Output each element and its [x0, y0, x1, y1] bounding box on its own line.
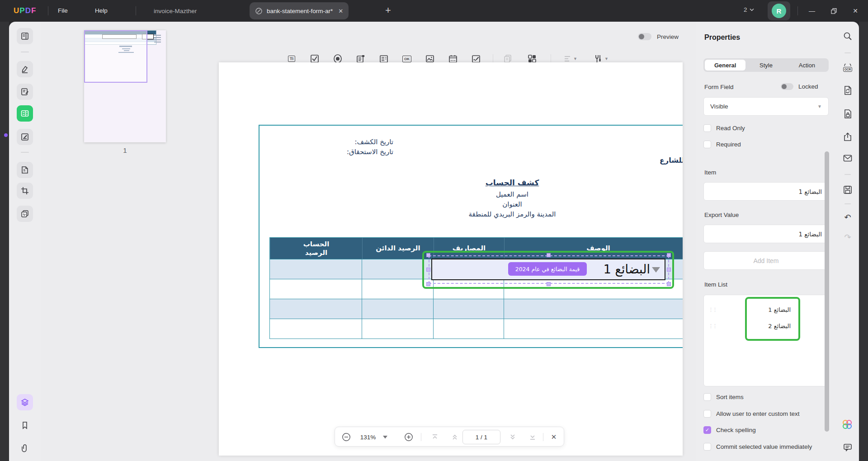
- zoom-dropdown-icon[interactable]: [382, 432, 388, 442]
- reader-icon[interactable]: [17, 28, 33, 44]
- window-left-edge: [0, 22, 9, 461]
- resize-handle[interactable]: [426, 253, 430, 257]
- feedback-icon[interactable]: [841, 441, 854, 454]
- page-indicator[interactable]: 1 / 1: [462, 430, 500, 444]
- checkbox-label: Required: [716, 141, 741, 148]
- convert-icon[interactable]: [841, 84, 854, 97]
- combo-dropdown-arrow-icon[interactable]: [652, 267, 660, 273]
- notification-dot: [4, 133, 8, 137]
- layers-icon[interactable]: [17, 394, 33, 410]
- properties-panel: Properties General Style Action Form Fie…: [696, 22, 836, 461]
- search-icon[interactable]: [841, 30, 854, 42]
- chevron-down-icon: ▼: [604, 56, 609, 61]
- restore-button[interactable]: [827, 5, 840, 16]
- table-header-cell: الحساب الرصيد: [270, 238, 362, 259]
- viewport-indicator[interactable]: [84, 30, 147, 83]
- resize-handle[interactable]: [667, 253, 671, 257]
- sign-icon[interactable]: [17, 129, 33, 145]
- drag-handle-icon[interactable]: ⋮⋮: [708, 307, 717, 313]
- read-only-checkbox[interactable]: Read Only: [703, 124, 745, 132]
- account-avatar[interactable]: R: [768, 1, 790, 20]
- new-tab-button[interactable]: +: [385, 5, 391, 16]
- close-button[interactable]: ✕: [849, 5, 862, 16]
- tab-label: invoice-Mazther: [154, 8, 197, 14]
- next-page-button[interactable]: [508, 432, 518, 442]
- crop-icon[interactable]: [17, 183, 33, 199]
- edit-page-icon[interactable]: [17, 84, 33, 100]
- resize-handle[interactable]: [547, 253, 551, 257]
- check-spelling-checkbox[interactable]: ✓ Check spelling: [703, 426, 756, 434]
- combo-value: البضائع 1: [604, 259, 650, 279]
- statement-date-label: تاريخ الكشف:: [354, 138, 393, 146]
- tab-action[interactable]: Action: [787, 60, 827, 71]
- protect-icon[interactable]: [841, 108, 854, 120]
- document-title: كشف الحساب: [422, 178, 603, 187]
- zoom-level[interactable]: 131%: [357, 432, 379, 442]
- item-list[interactable]: ⋮⋮ البضائع 1 ⋮⋮ البضائع 2: [703, 295, 829, 386]
- tab-close-icon[interactable]: ✕: [338, 8, 343, 14]
- menu-help[interactable]: Help: [95, 7, 108, 14]
- resize-handle[interactable]: [667, 268, 671, 272]
- resize-handle[interactable]: [426, 268, 430, 272]
- field-tooltip: قيمة البضائع في عام 2024: [508, 262, 587, 276]
- city-line: المدينة والرمز البريدي للمنطقة: [422, 210, 603, 218]
- minimize-button[interactable]: —: [806, 5, 818, 16]
- visibility-dropdown[interactable]: Visible ▼: [703, 97, 829, 116]
- updf-logo[interactable]: UPDF: [14, 6, 36, 15]
- zoom-out-button[interactable]: [341, 432, 351, 442]
- custom-text-checkbox[interactable]: Allow user to enter custom text: [703, 410, 800, 418]
- undo-icon[interactable]: ↶: [841, 211, 854, 223]
- item-input[interactable]: البضائع 1: [703, 182, 829, 201]
- divider: [797, 6, 798, 15]
- checkbox-checked-icon: ✓: [703, 426, 711, 434]
- form-icon[interactable]: [17, 105, 33, 122]
- resize-handle[interactable]: [667, 282, 671, 286]
- titlebar: UPDF File Help invoice-Mazther bank-stat…: [0, 0, 868, 22]
- share-icon[interactable]: [841, 131, 854, 143]
- checkbox-icon: [703, 141, 711, 148]
- attachment-icon[interactable]: [17, 440, 33, 456]
- previous-page-button[interactable]: [450, 432, 460, 442]
- checkbox-icon: [703, 124, 711, 132]
- first-page-button[interactable]: [430, 432, 440, 442]
- email-icon[interactable]: [841, 152, 854, 165]
- commit-value-checkbox[interactable]: Commit selected value immediately: [703, 443, 812, 451]
- thumbnail-page-number: 1: [84, 146, 166, 154]
- tab-invoice-mazther[interactable]: invoice-Mazther: [154, 2, 197, 19]
- panel-scrollbar[interactable]: [825, 151, 829, 432]
- menu-file[interactable]: File: [58, 7, 68, 14]
- ocr-icon[interactable]: OCR: [841, 61, 854, 74]
- add-item-button[interactable]: Add Item: [703, 251, 829, 270]
- tab-style[interactable]: Style: [745, 60, 786, 71]
- drag-handle-icon[interactable]: ⋮⋮: [708, 323, 717, 329]
- zoom-in-button[interactable]: [404, 432, 414, 442]
- tab-count-dropdown[interactable]: 2: [744, 6, 754, 13]
- tab-bank-statement-form[interactable]: bank-statement-form-ar* ✕: [250, 2, 349, 19]
- last-page-button[interactable]: [528, 432, 538, 442]
- page-thumbnail[interactable]: [84, 30, 166, 142]
- divider: [421, 433, 421, 441]
- save-icon[interactable]: [841, 183, 854, 196]
- redo-icon[interactable]: ↷: [841, 230, 854, 243]
- required-checkbox[interactable]: Required: [703, 141, 741, 148]
- ai-assistant-icon[interactable]: [841, 419, 854, 431]
- edit-pen-icon: [255, 7, 263, 15]
- locked-label: Locked: [798, 83, 818, 90]
- flatten-icon[interactable]: [17, 206, 33, 222]
- checkbox-label: Commit selected value immediately: [716, 443, 812, 450]
- pdf-page: تاريخ الكشف: تاريخ الاستحقاق: للشارع كشف…: [219, 62, 683, 456]
- bookmark-icon[interactable]: [17, 417, 33, 433]
- sort-items-checkbox[interactable]: Sort items: [703, 393, 744, 401]
- organize-pages-icon[interactable]: [17, 162, 33, 178]
- close-toolbar-icon[interactable]: ✕: [548, 432, 559, 442]
- comment-icon[interactable]: [17, 61, 33, 77]
- tab-general[interactable]: General: [705, 60, 745, 71]
- locked-toggle[interactable]: [781, 83, 793, 90]
- resize-handle[interactable]: [547, 282, 551, 286]
- divider: [136, 6, 136, 15]
- resize-handle[interactable]: [426, 282, 430, 286]
- preview-toggle[interactable]: [638, 33, 651, 40]
- export-value-input[interactable]: البضائع 1: [703, 225, 829, 243]
- checkbox-label: Check spelling: [716, 427, 756, 433]
- item-list-highlight-annotation: [745, 297, 800, 341]
